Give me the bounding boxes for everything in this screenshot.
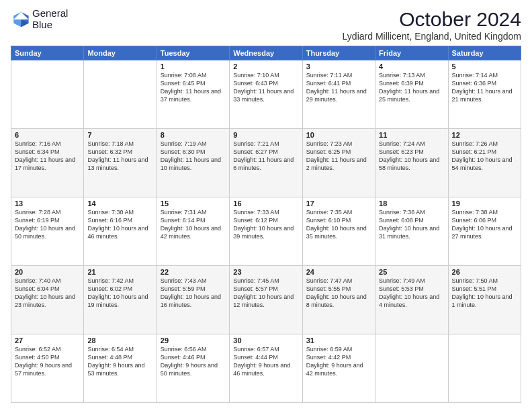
- day-number: 12: [452, 131, 517, 139]
- day-number: 23: [233, 268, 298, 276]
- col-saturday: Saturday: [448, 46, 521, 60]
- location-subtitle: Lydiard Millicent, England, United Kingd…: [343, 31, 521, 42]
- logo-text: General Blue: [32, 8, 68, 30]
- cell-daylight-info: Sunrise: 7:50 AM Sunset: 5:51 PM Dayligh…: [452, 277, 517, 310]
- cell-daylight-info: Sunrise: 7:36 AM Sunset: 6:08 PM Dayligh…: [379, 208, 444, 241]
- day-number: 4: [379, 62, 444, 71]
- col-wednesday: Wednesday: [230, 46, 302, 60]
- table-row: 27Sunrise: 6:52 AM Sunset: 4:50 PM Dayli…: [11, 334, 84, 403]
- day-number: 2: [233, 62, 298, 71]
- day-number: 19: [452, 199, 517, 208]
- day-number: 24: [306, 268, 371, 276]
- table-row: 6Sunrise: 7:16 AM Sunset: 6:34 PM Daylig…: [11, 129, 84, 197]
- table-row: 12Sunrise: 7:26 AM Sunset: 6:21 PM Dayli…: [448, 129, 521, 197]
- col-tuesday: Tuesday: [157, 46, 229, 60]
- cell-daylight-info: Sunrise: 7:23 AM Sunset: 6:25 PM Dayligh…: [306, 140, 371, 173]
- cell-daylight-info: Sunrise: 7:49 AM Sunset: 5:53 PM Dayligh…: [379, 277, 444, 310]
- table-row: 9Sunrise: 7:21 AM Sunset: 6:27 PM Daylig…: [230, 129, 302, 197]
- table-row: 28Sunrise: 6:54 AM Sunset: 4:48 PM Dayli…: [84, 334, 157, 403]
- cell-daylight-info: Sunrise: 7:35 AM Sunset: 6:10 PM Dayligh…: [306, 208, 371, 241]
- table-row: 29Sunrise: 6:56 AM Sunset: 4:46 PM Dayli…: [157, 334, 229, 403]
- cell-daylight-info: Sunrise: 7:10 AM Sunset: 6:43 PM Dayligh…: [233, 71, 298, 104]
- cell-daylight-info: Sunrise: 7:24 AM Sunset: 6:23 PM Dayligh…: [379, 140, 444, 173]
- logo-icon: [11, 10, 30, 29]
- col-friday: Friday: [375, 46, 448, 60]
- cell-daylight-info: Sunrise: 7:08 AM Sunset: 6:45 PM Dayligh…: [161, 71, 226, 104]
- calendar-header-row: Sunday Monday Tuesday Wednesday Thursday…: [11, 46, 521, 60]
- day-number: 14: [87, 199, 152, 208]
- cell-daylight-info: Sunrise: 7:31 AM Sunset: 6:14 PM Dayligh…: [161, 208, 226, 241]
- cell-daylight-info: Sunrise: 7:21 AM Sunset: 6:27 PM Dayligh…: [233, 140, 298, 173]
- cell-daylight-info: Sunrise: 7:18 AM Sunset: 6:32 PM Dayligh…: [87, 140, 152, 173]
- table-row: 31Sunrise: 6:59 AM Sunset: 4:42 PM Dayli…: [302, 334, 375, 403]
- cell-daylight-info: Sunrise: 7:19 AM Sunset: 6:30 PM Dayligh…: [161, 140, 226, 173]
- day-number: 18: [379, 199, 444, 208]
- table-row: 4Sunrise: 7:13 AM Sunset: 6:39 PM Daylig…: [375, 60, 448, 129]
- table-row: 20Sunrise: 7:40 AM Sunset: 6:04 PM Dayli…: [11, 266, 84, 334]
- week-row-0: 1Sunrise: 7:08 AM Sunset: 6:45 PM Daylig…: [11, 60, 521, 129]
- table-row: 7Sunrise: 7:18 AM Sunset: 6:32 PM Daylig…: [84, 129, 157, 197]
- day-number: 1: [161, 62, 226, 71]
- cell-daylight-info: Sunrise: 7:47 AM Sunset: 5:55 PM Dayligh…: [306, 277, 371, 310]
- table-row: 5Sunrise: 7:14 AM Sunset: 6:36 PM Daylig…: [448, 60, 521, 129]
- day-number: 28: [87, 336, 152, 345]
- cell-daylight-info: Sunrise: 7:14 AM Sunset: 6:36 PM Dayligh…: [452, 71, 517, 104]
- table-row: [375, 334, 448, 403]
- cell-daylight-info: Sunrise: 7:30 AM Sunset: 6:16 PM Dayligh…: [87, 208, 152, 241]
- day-number: 7: [87, 131, 152, 139]
- day-number: 8: [161, 131, 226, 139]
- title-block: October 2024 Lydiard Millicent, England,…: [343, 8, 521, 42]
- cell-daylight-info: Sunrise: 6:59 AM Sunset: 4:42 PM Dayligh…: [306, 345, 371, 378]
- table-row: 13Sunrise: 7:28 AM Sunset: 6:19 PM Dayli…: [11, 197, 84, 266]
- cell-daylight-info: Sunrise: 7:42 AM Sunset: 6:02 PM Dayligh…: [87, 277, 152, 310]
- col-thursday: Thursday: [302, 46, 375, 60]
- col-monday: Monday: [84, 46, 157, 60]
- cell-daylight-info: Sunrise: 7:16 AM Sunset: 6:34 PM Dayligh…: [15, 140, 80, 173]
- table-row: 21Sunrise: 7:42 AM Sunset: 6:02 PM Dayli…: [84, 266, 157, 334]
- table-row: 8Sunrise: 7:19 AM Sunset: 6:30 PM Daylig…: [157, 129, 229, 197]
- table-row: 24Sunrise: 7:47 AM Sunset: 5:55 PM Dayli…: [302, 266, 375, 334]
- day-number: 10: [306, 131, 371, 139]
- day-number: 29: [161, 336, 226, 345]
- cell-daylight-info: Sunrise: 7:13 AM Sunset: 6:39 PM Dayligh…: [379, 71, 444, 104]
- table-row: 30Sunrise: 6:57 AM Sunset: 4:44 PM Dayli…: [230, 334, 302, 403]
- table-row: 26Sunrise: 7:50 AM Sunset: 5:51 PM Dayli…: [448, 266, 521, 334]
- month-title: October 2024: [343, 8, 521, 31]
- day-number: 9: [233, 131, 298, 139]
- cell-daylight-info: Sunrise: 7:33 AM Sunset: 6:12 PM Dayligh…: [233, 208, 298, 241]
- cell-daylight-info: Sunrise: 6:52 AM Sunset: 4:50 PM Dayligh…: [15, 345, 80, 378]
- day-number: 11: [379, 131, 444, 139]
- day-number: 16: [233, 199, 298, 208]
- week-row-3: 20Sunrise: 7:40 AM Sunset: 6:04 PM Dayli…: [11, 266, 521, 334]
- table-row: 10Sunrise: 7:23 AM Sunset: 6:25 PM Dayli…: [302, 129, 375, 197]
- table-row: 19Sunrise: 7:38 AM Sunset: 6:06 PM Dayli…: [448, 197, 521, 266]
- day-number: 20: [15, 268, 80, 276]
- cell-daylight-info: Sunrise: 7:38 AM Sunset: 6:06 PM Dayligh…: [452, 208, 517, 241]
- day-number: 13: [15, 199, 80, 208]
- table-row: 11Sunrise: 7:24 AM Sunset: 6:23 PM Dayli…: [375, 129, 448, 197]
- table-row: 16Sunrise: 7:33 AM Sunset: 6:12 PM Dayli…: [230, 197, 302, 266]
- logo-line2: Blue: [32, 19, 68, 31]
- day-number: 17: [306, 199, 371, 208]
- table-row: 3Sunrise: 7:11 AM Sunset: 6:41 PM Daylig…: [302, 60, 375, 129]
- table-row: 2Sunrise: 7:10 AM Sunset: 6:43 PM Daylig…: [230, 60, 302, 129]
- table-row: 14Sunrise: 7:30 AM Sunset: 6:16 PM Dayli…: [84, 197, 157, 266]
- day-number: 3: [306, 62, 371, 71]
- cell-daylight-info: Sunrise: 6:54 AM Sunset: 4:48 PM Dayligh…: [87, 345, 152, 378]
- logo: General Blue: [11, 8, 68, 30]
- table-row: 23Sunrise: 7:45 AM Sunset: 5:57 PM Dayli…: [230, 266, 302, 334]
- day-number: 31: [306, 336, 371, 345]
- cell-daylight-info: Sunrise: 7:45 AM Sunset: 5:57 PM Dayligh…: [233, 277, 298, 310]
- cell-daylight-info: Sunrise: 7:11 AM Sunset: 6:41 PM Dayligh…: [306, 71, 371, 104]
- cell-daylight-info: Sunrise: 7:26 AM Sunset: 6:21 PM Dayligh…: [452, 140, 517, 173]
- table-row: 25Sunrise: 7:49 AM Sunset: 5:53 PM Dayli…: [375, 266, 448, 334]
- calendar-table: Sunday Monday Tuesday Wednesday Thursday…: [11, 46, 521, 403]
- day-number: 6: [15, 131, 80, 139]
- cell-daylight-info: Sunrise: 6:57 AM Sunset: 4:44 PM Dayligh…: [233, 345, 298, 378]
- cell-daylight-info: Sunrise: 7:40 AM Sunset: 6:04 PM Dayligh…: [15, 277, 80, 310]
- table-row: [84, 60, 157, 129]
- table-row: 1Sunrise: 7:08 AM Sunset: 6:45 PM Daylig…: [157, 60, 229, 129]
- cell-daylight-info: Sunrise: 6:56 AM Sunset: 4:46 PM Dayligh…: [161, 345, 226, 378]
- cell-daylight-info: Sunrise: 7:28 AM Sunset: 6:19 PM Dayligh…: [15, 208, 80, 241]
- table-row: [11, 60, 84, 129]
